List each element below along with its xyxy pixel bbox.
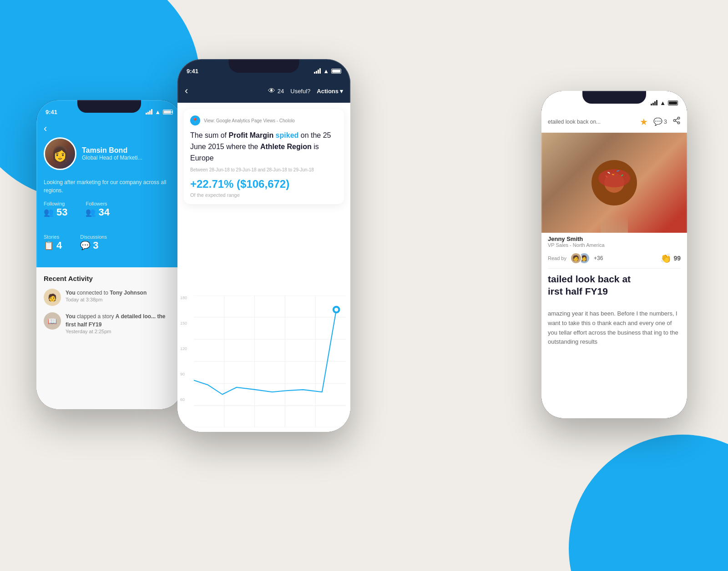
star-icon[interactable]: ★ <box>640 116 648 127</box>
left-phone-screen: 9:41 ▲ ‹ <box>36 100 182 409</box>
activity-time-1: Today at 3:38pm <box>66 297 147 302</box>
activity-time-2: Yesterday at 2:25pm <box>66 329 175 334</box>
recent-activity-title: Recent Activity <box>44 275 175 282</box>
share-icon[interactable] <box>672 116 681 127</box>
insight-source-row: 📍 View: Google Analytics Page Views - Ch… <box>190 115 338 125</box>
stories-label: Stories <box>44 234 59 240</box>
left-user-bio: Looking after marketing for our company … <box>44 178 175 195</box>
readers-count: +36 <box>594 255 603 261</box>
discussions-value: 3 <box>93 240 98 251</box>
center-status-bar: 9:41 ▲ <box>177 59 350 79</box>
phones-container: 9:41 ▲ ‹ <box>0 0 728 571</box>
activity-text-1: You connected to Tony Johnson <box>66 289 147 297</box>
phone-center: 9:41 ▲ ‹ <box>177 59 350 432</box>
author-name: Jenny Smith <box>548 235 681 242</box>
left-user-title: Global Head of Marketi... <box>82 155 142 161</box>
center-phone-screen: 9:41 ▲ ‹ <box>177 59 350 432</box>
right-header-bar: etailed look back on... ★ 💬 3 <box>541 111 687 133</box>
right-author-section: Jenny Smith VP Sales - North America Rea… <box>548 235 681 264</box>
followers-icon: 👥 <box>86 207 96 217</box>
stat-followers: Followers 👥 34 <box>86 201 109 218</box>
following-value: 53 <box>56 206 67 218</box>
svg-point-14 <box>673 120 676 122</box>
stat-following: Following 👥 53 <box>44 201 67 218</box>
center-status-time: 9:41 <box>187 68 198 75</box>
stat-stories: Stories 📋 4 <box>44 234 62 251</box>
center-back-button[interactable]: ‹ <box>185 85 188 97</box>
svg-point-13 <box>677 117 680 120</box>
actions-label: Actions <box>317 88 339 95</box>
insight-title: The sum of Profit Margin spiked on the 2… <box>190 130 338 164</box>
nav-useful[interactable]: Useful? <box>290 88 310 95</box>
svg-point-20 <box>598 169 630 187</box>
stories-icon: 📋 <box>44 240 54 250</box>
clap-icon: 👏 <box>660 253 672 264</box>
nav-actions-button[interactable]: Actions ▾ <box>317 88 343 95</box>
wifi-icon: ▲ <box>155 109 161 115</box>
signal-icon <box>146 109 152 115</box>
author-role: VP Sales - North America <box>548 242 681 248</box>
reader-avatars: 🧑 👩 <box>570 252 590 264</box>
phone-left: 9:41 ▲ ‹ <box>36 100 182 409</box>
discussions-label: Discussions <box>80 234 107 240</box>
followers-value: 34 <box>98 206 109 218</box>
right-divider <box>548 268 681 269</box>
followers-label: Followers <box>86 201 107 206</box>
activity-avatar-2: 📖 <box>44 312 61 330</box>
chart-container: 180 150 120 90 60 30 <box>177 291 350 432</box>
phone-right: ▲ etailed look back on... ★ 💬 3 <box>541 91 687 418</box>
activity-item-2: 📖 You clapped a story A detailed loo... … <box>44 312 175 334</box>
right-header-title: etailed look back on... <box>548 119 636 125</box>
following-label: Following <box>44 201 65 206</box>
article-body: amazing year it has been. Before I the n… <box>548 309 681 347</box>
svg-line-17 <box>675 119 677 120</box>
center-content: 📍 View: Google Analytics Page Views - Ch… <box>177 103 350 432</box>
comments-count: 3 <box>664 118 667 125</box>
insight-expected: Of the expected range <box>190 192 338 198</box>
discussions-icon: 💬 <box>80 240 90 250</box>
clap-count: 99 <box>673 255 681 262</box>
right-article-image <box>541 133 687 233</box>
chart-svg <box>194 296 346 427</box>
views-count: 24 <box>278 88 284 95</box>
center-status-icons: ▲ <box>314 68 341 75</box>
reader-avatar-1: 🧑 <box>570 252 582 264</box>
chevron-down-icon: ▾ <box>340 88 343 95</box>
left-status-time: 9:41 <box>46 109 57 115</box>
source-icon: 📍 <box>190 115 200 125</box>
read-by-label: Read by <box>548 255 566 261</box>
left-phone-notch <box>77 100 141 113</box>
activity-avatar-1: 🧑 <box>44 289 61 306</box>
left-status-right: ▲ <box>146 109 173 115</box>
svg-point-12 <box>334 308 338 311</box>
center-signal-icon <box>314 68 321 74</box>
center-battery-icon <box>331 69 341 74</box>
left-back-button[interactable]: ‹ <box>44 123 47 135</box>
readers-row: Read by 🧑 👩 +36 👏 99 <box>548 252 681 264</box>
following-icon: 👥 <box>44 207 54 217</box>
center-wifi-icon: ▲ <box>323 68 329 75</box>
stories-value: 4 <box>56 240 62 251</box>
right-battery-icon <box>668 100 678 105</box>
insight-card: 📍 View: Google Analytics Page Views - Ch… <box>184 109 344 204</box>
right-action-icons: ★ 💬 3 <box>640 116 681 127</box>
right-status-bar: ▲ <box>541 91 687 111</box>
svg-line-16 <box>675 121 677 122</box>
left-profile-avatar: 👩 <box>44 137 76 170</box>
center-nav-bar: ‹ 👁 24 Useful? Actions ▾ <box>177 79 350 103</box>
clap-section: 👏 99 <box>660 253 681 264</box>
activity-item-1: 🧑 You connected to Tony Johnson Today at… <box>44 289 175 306</box>
stat-discussions: Discussions 💬 3 <box>80 234 107 251</box>
left-user-name: Tamsin Bond <box>82 146 142 155</box>
comments-badge[interactable]: 💬 3 <box>653 117 667 126</box>
right-signal-icon <box>651 100 657 105</box>
activity-text-2: You clapped a story A detailed loo... th… <box>66 312 175 329</box>
article-title: tailed look back atirst half FY19 <box>548 273 681 298</box>
insight-source: View: Google Analytics Page Views - Chol… <box>204 118 295 123</box>
right-phone-screen: ▲ etailed look back on... ★ 💬 3 <box>541 91 687 418</box>
svg-point-15 <box>677 122 680 124</box>
nav-views: 👁 24 <box>268 87 284 95</box>
insight-value: +22.71% ($106,672) <box>190 178 338 190</box>
chart-y-axis: 180 150 120 90 60 30 <box>180 296 187 427</box>
right-wifi-icon: ▲ <box>660 100 666 106</box>
